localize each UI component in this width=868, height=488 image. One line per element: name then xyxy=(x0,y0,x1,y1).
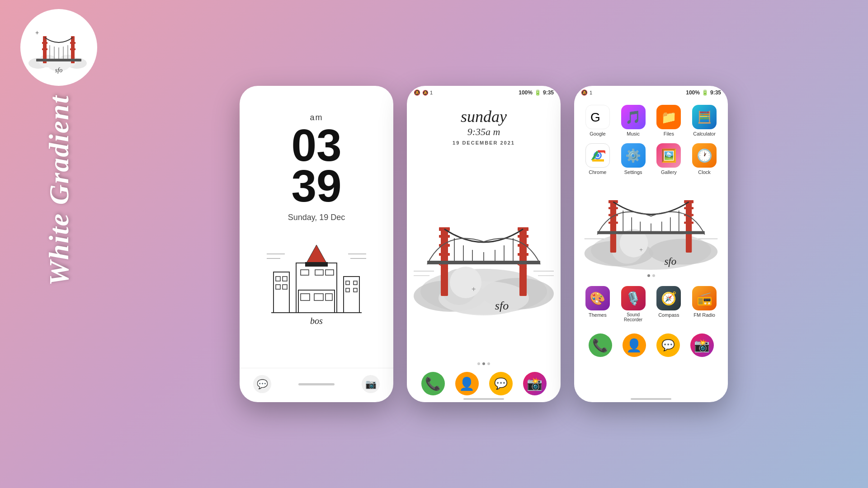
svg-rect-104 xyxy=(597,231,705,235)
lock-messages-icon[interactable]: 💬 xyxy=(253,375,271,393)
app-grid-bottom: 🎨 Themes 🎙️ Sound Recorder 🧭 Compass 📻 xyxy=(574,279,728,329)
svg-rect-54 xyxy=(439,235,450,238)
calculator-label: Calculator xyxy=(693,131,716,136)
svg-rect-96 xyxy=(684,222,693,224)
app-compass[interactable]: 🧭 Compass xyxy=(652,284,686,324)
svg-rect-32 xyxy=(301,294,310,300)
svg-rect-89 xyxy=(609,207,618,209)
battery-text-2: 100% xyxy=(686,89,700,96)
page-dot-1 xyxy=(477,362,480,365)
lock-hour: 03 xyxy=(291,125,341,165)
logo-circle: sfo + xyxy=(20,9,97,86)
svg-rect-37 xyxy=(354,281,357,285)
svg-rect-11 xyxy=(70,48,75,50)
status-time-2: 9:35 xyxy=(710,89,721,96)
page-dot-a2 xyxy=(652,274,655,277)
dock-contacts-2[interactable]: 👤 xyxy=(623,333,646,357)
svg-rect-21 xyxy=(276,277,280,281)
svg-rect-28 xyxy=(301,270,309,275)
signal-icon: 🔕 xyxy=(414,89,420,96)
svg-text:bos: bos xyxy=(310,316,323,326)
svg-rect-36 xyxy=(346,281,349,285)
battery-text: 100% xyxy=(519,89,533,96)
svg-text:sfo: sfo xyxy=(55,67,62,74)
settings-icon: ⚙️ xyxy=(621,143,646,168)
chrome-icon xyxy=(585,143,610,168)
files-label: Files xyxy=(664,131,674,136)
svg-rect-93 xyxy=(684,200,693,203)
home-day: sunday xyxy=(407,107,561,126)
phone-app-grid: 🔕 1 100% 🔋 9:35 G Google 🎵 M xyxy=(574,86,728,402)
lock-illustration: bos xyxy=(267,236,366,326)
svg-rect-61 xyxy=(518,253,528,256)
app-themes[interactable]: 🎨 Themes xyxy=(581,284,614,324)
google-label: Google xyxy=(590,131,605,136)
left-branding: sfo + White Gradient xyxy=(0,0,118,488)
status-left-home1: 🔕 🔕 1 xyxy=(414,89,433,96)
home-date-display: sunday 9:35a m 19 DECEMBER 2021 xyxy=(407,98,561,150)
home-indicator-2 xyxy=(631,398,671,400)
dock-messages-2[interactable]: 💬 xyxy=(656,333,680,357)
dock-phone[interactable]: 📞 xyxy=(421,372,445,395)
home-dock: 📞 👤 💬 📸 xyxy=(407,367,561,402)
home-date: 19 DECEMBER 2021 xyxy=(407,140,561,145)
settings-label: Settings xyxy=(624,169,642,175)
lock-camera-icon[interactable]: 📷 xyxy=(362,375,380,393)
svg-rect-33 xyxy=(314,294,323,300)
fm-radio-icon: 📻 xyxy=(692,286,717,310)
app-gallery[interactable]: 🖼️ Gallery xyxy=(652,141,686,177)
svg-rect-23 xyxy=(276,285,280,289)
status-bar-home2: 🔕 1 100% 🔋 9:35 xyxy=(574,86,728,98)
gallery-icon: 🖼️ xyxy=(656,143,681,168)
svg-text:+: + xyxy=(472,285,476,293)
home-dock-2: 📞 👤 💬 📸 xyxy=(574,329,728,364)
app-music[interactable]: 🎵 Music xyxy=(617,103,650,139)
sound-recorder-icon: 🎙️ xyxy=(621,286,646,310)
dock-messages[interactable]: 💬 xyxy=(489,372,513,395)
page-dot-a1 xyxy=(647,274,650,277)
svg-rect-56 xyxy=(439,253,450,256)
lock-content: am 03 39 Sunday, 19 Dec xyxy=(240,86,393,368)
app-settings[interactable]: ⚙️ Settings xyxy=(617,141,650,177)
notification-count-2: 1 xyxy=(590,90,592,95)
svg-rect-59 xyxy=(518,235,528,238)
themes-label: Themes xyxy=(589,312,607,318)
app-chrome[interactable]: Chrome xyxy=(581,141,614,177)
calculator-icon: 🧮 xyxy=(692,105,717,129)
page-dot-2 xyxy=(482,362,485,365)
dock-contacts[interactable]: 👤 xyxy=(455,372,479,395)
svg-rect-30 xyxy=(326,270,334,275)
phones-container: am 03 39 Sunday, 19 Dec xyxy=(240,86,728,402)
notification-count: 🔕 1 xyxy=(422,90,433,96)
home-wallpaper: + sfo xyxy=(407,150,561,360)
svg-text:sfo: sfo xyxy=(495,299,509,312)
status-left-home2: 🔕 1 xyxy=(581,89,592,96)
svg-rect-10 xyxy=(70,42,75,44)
lock-bottom-bar: 💬 📷 xyxy=(240,368,393,402)
app-calculator[interactable]: 🧮 Calculator xyxy=(688,103,721,139)
svg-rect-34 xyxy=(326,294,332,300)
app-sound-recorder[interactable]: 🎙️ Sound Recorder xyxy=(617,284,650,324)
home-time: 9:35a m xyxy=(407,126,561,138)
app-files[interactable]: 📁 Files xyxy=(652,103,686,139)
app-google[interactable]: G Google xyxy=(581,103,614,139)
status-right-home2: 100% 🔋 9:35 xyxy=(686,89,721,96)
themes-icon: 🎨 xyxy=(585,286,610,310)
dock-camera-2[interactable]: 📸 xyxy=(690,333,714,357)
app-fm-radio[interactable]: 📻 FM Radio xyxy=(688,284,721,324)
status-time: 9:35 xyxy=(543,89,554,96)
app-clock[interactable]: 🕐 Clock xyxy=(688,141,721,177)
dock-camera[interactable]: 📸 xyxy=(523,372,547,395)
signal-icon-2: 🔕 xyxy=(581,89,588,96)
clock-label: Clock xyxy=(698,169,711,175)
svg-text:+: + xyxy=(639,246,643,253)
battery-icon: 🔋 xyxy=(534,89,541,96)
page-indicator-home2 xyxy=(574,272,728,279)
sound-recorder-label: Sound Recorder xyxy=(618,312,649,322)
dock-phone-2[interactable]: 📞 xyxy=(589,333,612,357)
status-right-home1: 100% 🔋 9:35 xyxy=(519,89,554,96)
app-grid-container: G Google 🎵 Music 📁 Files 🧮 Cal xyxy=(574,98,728,182)
svg-rect-29 xyxy=(315,270,323,275)
status-bar-home1: 🔕 🔕 1 100% 🔋 9:35 xyxy=(407,86,561,98)
gallery-label: Gallery xyxy=(661,169,677,175)
